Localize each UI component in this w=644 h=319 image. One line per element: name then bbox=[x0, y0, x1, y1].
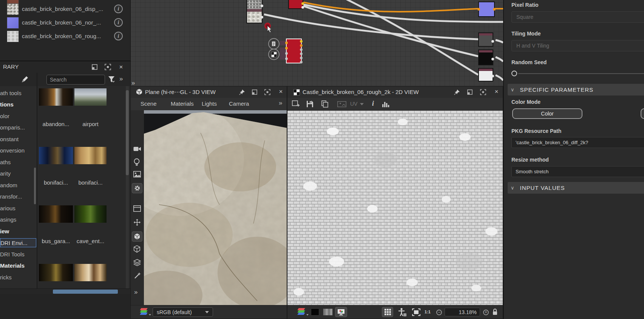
hdri-thumbnail[interactable] bbox=[74, 88, 107, 106]
library-horizontal-scrollbar-thumb[interactable] bbox=[53, 290, 118, 294]
hdri-thumbnail[interactable] bbox=[39, 88, 73, 106]
close-window-icon[interactable]: × bbox=[493, 88, 500, 95]
output-port[interactable] bbox=[491, 75, 494, 77]
colorspace-dropdown[interactable]: sRGB (default) bbox=[153, 307, 213, 317]
output-port[interactable] bbox=[301, 6, 304, 9]
view3d-titlebar[interactable]: Plane (hi-re⋯GL - 3D VIEW × bbox=[131, 86, 287, 98]
category-item[interactable]: arious bbox=[0, 204, 36, 213]
color-mode-button[interactable]: Color bbox=[512, 108, 582, 119]
tool-column-expander[interactable]: » bbox=[134, 288, 137, 296]
lock-icon[interactable] bbox=[492, 308, 498, 316]
gradient-swatch[interactable] bbox=[323, 308, 333, 316]
resize-method-dropdown[interactable]: Smooth stretch bbox=[511, 166, 644, 177]
category-item[interactable]: iew bbox=[0, 227, 36, 236]
category-item[interactable]: asings bbox=[0, 215, 36, 224]
save-icon[interactable] bbox=[306, 100, 314, 108]
thumbnail-label[interactable]: airport bbox=[74, 121, 107, 128]
output-port[interactable] bbox=[300, 52, 303, 55]
hdri-thumbnail[interactable] bbox=[39, 264, 73, 281]
category-item[interactable]: onversion bbox=[0, 146, 36, 155]
background-color-swatch[interactable] bbox=[311, 308, 319, 316]
resource-row[interactable]: castle_brick_broken_06_roug... i bbox=[0, 30, 130, 43]
hdri-thumbnail[interactable] bbox=[74, 205, 107, 223]
category-item[interactable]: ath tools bbox=[0, 89, 36, 98]
fit-frame-icon[interactable] bbox=[412, 308, 420, 316]
node-badge-checker[interactable] bbox=[268, 49, 280, 60]
texture-node-black[interactable] bbox=[478, 49, 493, 65]
maximize-window-icon[interactable] bbox=[264, 89, 271, 96]
hdri-thumbnail[interactable] bbox=[39, 147, 73, 164]
category-item[interactable]: tions bbox=[0, 100, 36, 109]
output-port[interactable] bbox=[300, 61, 303, 63]
node-badge-document[interactable] bbox=[268, 38, 280, 49]
bitmap-node-stack[interactable] bbox=[246, 0, 263, 23]
panel-expander[interactable]: » bbox=[131, 79, 135, 87]
category-item[interactable]: DRI Tools bbox=[0, 250, 36, 259]
hdri-thumbnail[interactable] bbox=[74, 264, 107, 281]
output-port[interactable] bbox=[300, 40, 303, 43]
output-port[interactable] bbox=[300, 57, 303, 59]
menubar-overflow[interactable]: » bbox=[279, 99, 282, 107]
edit-pencil-icon[interactable] bbox=[21, 75, 29, 83]
view3d-viewport[interactable] bbox=[144, 110, 287, 306]
input-port[interactable] bbox=[285, 52, 288, 55]
thumbnail-label[interactable]: bonifaci... bbox=[39, 179, 73, 186]
category-item[interactable]: aths bbox=[0, 158, 36, 167]
slider-handle[interactable] bbox=[511, 71, 517, 76]
output-port[interactable] bbox=[491, 58, 494, 60]
zoom-out-button[interactable]: − bbox=[436, 310, 442, 315]
thumbnail-label[interactable]: cave_ent... bbox=[74, 238, 107, 245]
hdri-thumbnail[interactable] bbox=[39, 205, 73, 223]
info-icon[interactable]: i bbox=[114, 18, 123, 27]
display-mode-button-active[interactable] bbox=[335, 307, 347, 317]
view2d-viewport[interactable] bbox=[287, 111, 503, 306]
float-window-icon[interactable] bbox=[91, 64, 98, 70]
thumbnail-label[interactable]: abandon... bbox=[39, 121, 73, 128]
library-horizontal-scrollbar-track[interactable] bbox=[0, 288, 130, 294]
resource-row[interactable]: castle_brick_broken_06_nor_... i bbox=[0, 17, 130, 29]
wireframe-cube-icon[interactable] bbox=[133, 245, 141, 253]
transform-move-icon[interactable] bbox=[133, 219, 141, 226]
zoom-level-field[interactable]: 13.18% bbox=[445, 308, 480, 316]
pin-icon[interactable] bbox=[239, 89, 245, 96]
thumbnail-label[interactable]: bonifaci... bbox=[74, 179, 107, 186]
info-icon[interactable]: i bbox=[114, 32, 123, 40]
viewport-window-icon[interactable] bbox=[133, 205, 141, 212]
histogram-icon[interactable] bbox=[382, 101, 390, 107]
zoom-in-button[interactable]: + bbox=[483, 310, 489, 315]
video-camera-icon[interactable] bbox=[133, 146, 141, 152]
actual-size-button[interactable]: 1:1 bbox=[422, 308, 433, 316]
maximize-window-icon[interactable] bbox=[105, 64, 111, 70]
close-window-icon[interactable]: × bbox=[278, 88, 284, 95]
category-item[interactable]: arity bbox=[0, 169, 36, 178]
view2d-titlebar[interactable]: Castle_brick_broken_06_rough_2k - 2D VIE… bbox=[287, 86, 503, 98]
colorspace-layers-icon[interactable] bbox=[141, 308, 149, 316]
display-mesh-button[interactable] bbox=[132, 231, 142, 242]
menu-materials[interactable]: Materials bbox=[171, 100, 194, 107]
input-port[interactable] bbox=[285, 47, 288, 49]
menu-scene[interactable]: Scene bbox=[141, 100, 157, 107]
output-port[interactable] bbox=[261, 5, 263, 7]
lightbulb-icon[interactable] bbox=[133, 158, 140, 166]
export-image-icon[interactable] bbox=[292, 100, 300, 108]
toolbar-overflow[interactable]: » bbox=[119, 75, 123, 83]
pkg-resource-path-field[interactable]: 'castle_brick_broken_06_diff_2k? bbox=[511, 137, 644, 148]
category-item[interactable]: onstant bbox=[0, 135, 36, 144]
library-vertical-scrollbar-thumb[interactable] bbox=[126, 90, 129, 175]
output-port[interactable] bbox=[300, 48, 303, 51]
float-window-icon[interactable] bbox=[467, 89, 473, 96]
pin-icon[interactable] bbox=[454, 89, 460, 96]
input-values-header[interactable]: ∨ INPUT VALUES bbox=[508, 182, 644, 194]
category-item-selected[interactable]: DRI Envi... bbox=[0, 238, 36, 247]
copy-icon[interactable] bbox=[321, 100, 328, 108]
gear-settings-button[interactable] bbox=[132, 183, 142, 193]
mannequin-scale-icon[interactable] bbox=[398, 308, 407, 317]
red-node-selected[interactable] bbox=[286, 39, 302, 63]
category-item[interactable]: ransfor... bbox=[0, 192, 36, 201]
grayscale-mode-button-partial[interactable] bbox=[641, 108, 644, 119]
output-port[interactable] bbox=[261, 16, 263, 18]
category-item[interactable]: andom bbox=[0, 181, 36, 190]
resource-row[interactable]: castle_brick_broken_06_disp_... i bbox=[0, 3, 130, 16]
thumbnail-label[interactable]: bus_gara... bbox=[39, 238, 73, 245]
library-vertical-scrollbar-track[interactable] bbox=[126, 86, 129, 288]
